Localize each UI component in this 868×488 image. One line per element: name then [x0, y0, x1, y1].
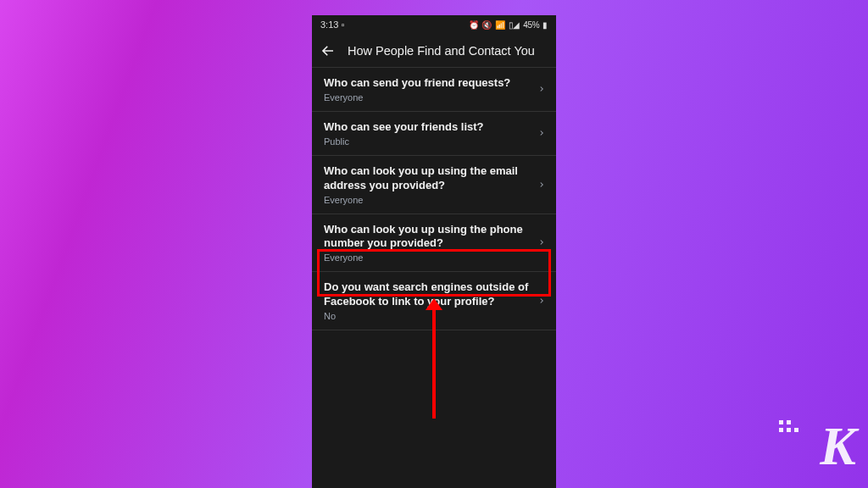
setting-value: Everyone — [324, 195, 529, 205]
setting-lookup-email[interactable]: Who can look you up using the email addr… — [312, 156, 556, 214]
setting-title: Who can send you friend requests? — [324, 76, 529, 91]
setting-value: Public — [324, 136, 529, 147]
chevron-right-icon — [537, 297, 546, 305]
setting-friend-requests[interactable]: Who can send you friend requests? Everyo… — [312, 68, 556, 112]
watermark-dots — [779, 420, 798, 432]
setting-value: Everyone — [324, 252, 529, 263]
setting-title: Who can see your friends list? — [324, 120, 529, 135]
arrow-annotation — [432, 308, 436, 419]
back-button[interactable] — [320, 43, 336, 58]
status-time: 3:13 ▫ — [320, 19, 344, 30]
battery-icon: ▮ — [542, 20, 548, 30]
setting-lookup-phone[interactable]: Who can look you up using the phone numb… — [312, 214, 556, 273]
watermark-logo: K — [820, 415, 854, 478]
setting-value: Everyone — [324, 92, 529, 103]
battery-text: 45% — [523, 20, 539, 30]
setting-title: Who can look you up using the phone numb… — [324, 223, 529, 252]
time-text: 3:13 — [320, 19, 338, 30]
signal-icon: ▯◢ — [509, 20, 520, 30]
chevron-right-icon — [537, 129, 546, 137]
page-title: How People Find and Contact You — [348, 44, 535, 58]
chevron-right-icon — [537, 238, 546, 247]
mute-icon: 🔇 — [481, 20, 492, 30]
app-header: How People Find and Contact You — [312, 34, 556, 68]
alarm-icon: ⏰ — [469, 20, 479, 30]
settings-list: Who can send you friend requests? Everyo… — [312, 68, 556, 488]
notification-icon: ▫ — [341, 19, 344, 30]
chevron-right-icon — [537, 85, 546, 93]
wifi-icon: 📶 — [495, 20, 505, 30]
status-bar: 3:13 ▫ ⏰ 🔇 📶 ▯◢ 45% ▮ — [312, 15, 556, 34]
chevron-right-icon — [537, 180, 546, 189]
status-icons: ⏰ 🔇 📶 ▯◢ 45% ▮ — [469, 20, 548, 30]
setting-title: Who can look you up using the email addr… — [324, 164, 529, 193]
setting-value: No — [324, 311, 529, 321]
setting-friends-list[interactable]: Who can see your friends list? Public — [312, 112, 556, 156]
